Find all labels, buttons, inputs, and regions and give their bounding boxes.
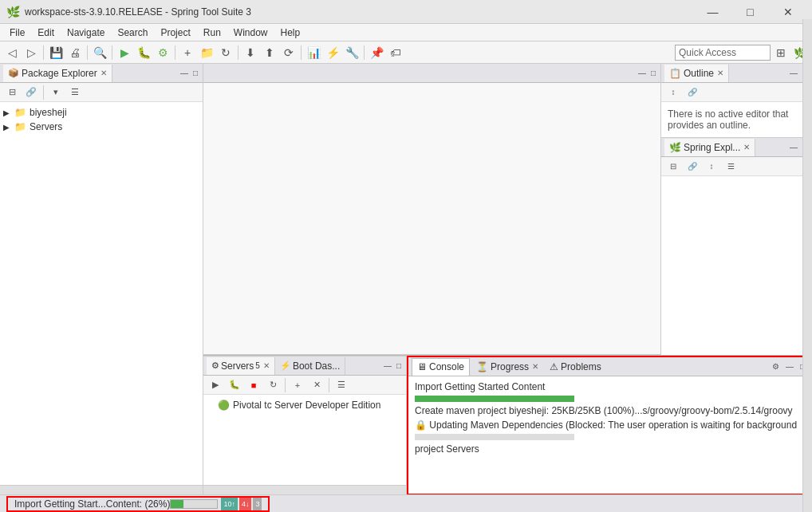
- console-line-2: Create maven project biyesheji: 25KB/25K…: [415, 404, 804, 418]
- toolbar-open[interactable]: 📁: [198, 44, 215, 61]
- menu-help[interactable]: Help: [274, 26, 307, 40]
- editor-tab-icons: — □: [637, 69, 657, 77]
- boot-dashboard-label: Boot Das...: [293, 360, 340, 372]
- servers-tab[interactable]: ⚙ Servers 5 ✕: [207, 357, 275, 375]
- package-explorer-label: Package Explorer: [22, 68, 97, 79]
- outline-close[interactable]: ✕: [717, 69, 723, 77]
- biyesheji-folder-icon: 📁: [14, 107, 26, 118]
- toolbar-run[interactable]: ▶: [116, 44, 133, 61]
- tree-item-servers[interactable]: ▶ 📁 Servers: [0, 120, 203, 134]
- servers-close[interactable]: ✕: [263, 361, 270, 370]
- maven-progress-bar: [415, 434, 574, 440]
- import-progress-bar: [415, 396, 574, 402]
- toolbar-back[interactable]: ◁: [3, 44, 21, 61]
- console-min-btn[interactable]: —: [783, 362, 796, 371]
- server-stop-btn[interactable]: ■: [245, 376, 262, 394]
- toolbar-extra1[interactable]: 📊: [305, 44, 322, 61]
- editor-min-icon[interactable]: —: [637, 69, 648, 77]
- server-view-btn[interactable]: ☰: [333, 376, 350, 394]
- right-panel: 📋 Outline ✕ — □ ↕ 🔗 The: [660, 64, 812, 355]
- toolbar-extra3[interactable]: 🔧: [343, 44, 361, 61]
- spring-collapse-btn[interactable]: ⊟: [664, 158, 682, 175]
- servers-h-scrollbar[interactable]: [203, 485, 406, 494]
- progress-tab[interactable]: ⏳ Progress ✕: [471, 358, 543, 376]
- pkg-sep: [43, 85, 44, 100]
- menu-project[interactable]: Project: [154, 26, 196, 40]
- servers-min-icon[interactable]: —: [382, 361, 393, 370]
- outline-no-editor-text: There is no active editor that provides …: [668, 108, 788, 131]
- toolbar-git3[interactable]: ⟳: [280, 44, 298, 61]
- toolbar-save[interactable]: 💾: [47, 44, 65, 61]
- server-item[interactable]: 🟢 Pivotal tc Server Developer Edition: [203, 398, 406, 412]
- package-explorer-toolbar: ⊟ 🔗 ▾ ☰: [0, 83, 203, 102]
- menu-window[interactable]: Window: [227, 26, 274, 40]
- boot-dashboard-tab[interactable]: ⚡ Boot Das...: [275, 357, 345, 375]
- pkg-h-scrollbar[interactable]: [0, 485, 203, 494]
- biyesheji-label: biyesheji: [30, 107, 67, 118]
- toolbar-git1[interactable]: ⬇: [242, 44, 259, 61]
- toolbar-extra4[interactable]: 📌: [368, 44, 385, 61]
- servers-toolbar: ▶ 🐛 ■ ↻ + ✕ ☰: [203, 376, 406, 395]
- package-explorer-close[interactable]: ✕: [101, 69, 107, 77]
- toolbar-git2[interactable]: ⬆: [261, 44, 278, 61]
- console-v-scrollbar[interactable]: [802, 356, 812, 494]
- server-delete-btn[interactable]: ✕: [308, 376, 325, 394]
- pkg-collapse-btn[interactable]: ⊟: [3, 84, 21, 101]
- toolbar-debug[interactable]: 🐛: [135, 44, 152, 61]
- bottom-console-panel: 🖥 Console ⏳ Progress ✕ ⚠ Problems: [407, 356, 812, 494]
- spring-link-btn[interactable]: 🔗: [684, 158, 701, 175]
- pkg-link-btn[interactable]: 🔗: [22, 84, 40, 101]
- pkg-view-btn[interactable]: ☰: [66, 84, 84, 101]
- toolbar-fwd[interactable]: ▷: [22, 44, 40, 61]
- servers-max-icon[interactable]: □: [395, 361, 403, 370]
- spring-explorer-close[interactable]: ✕: [743, 143, 750, 152]
- spring-view-btn[interactable]: ☰: [722, 158, 739, 175]
- package-explorer-tab[interactable]: 📦 Package Explorer ✕: [3, 65, 112, 82]
- spring-min-icon[interactable]: —: [788, 143, 799, 152]
- toolbar-ref[interactable]: ↻: [217, 44, 235, 61]
- import-progress-fill: [415, 396, 574, 402]
- menu-file[interactable]: File: [3, 26, 31, 40]
- menu-edit[interactable]: Edit: [31, 26, 61, 40]
- server-debug-btn[interactable]: 🐛: [226, 376, 243, 394]
- minimize-button[interactable]: —: [695, 1, 731, 23]
- toolbar-print[interactable]: 🖨: [66, 44, 84, 61]
- console-line-1: Import Getting Started Content: [415, 380, 804, 394]
- server-new-btn[interactable]: +: [289, 376, 306, 394]
- menu-run[interactable]: Run: [197, 26, 227, 40]
- console-tab[interactable]: 🖥 Console: [412, 358, 470, 376]
- maximize-panel-icon[interactable]: □: [191, 69, 199, 77]
- status-icon-1: 10↑: [221, 498, 238, 510]
- servers-header: ⚙ Servers 5 ✕ ⚡ Boot Das... — □: [203, 356, 406, 376]
- toolbar-extra2[interactable]: ⚡: [324, 44, 341, 61]
- toolbar-search[interactable]: 🔍: [91, 44, 108, 61]
- menu-navigate[interactable]: Navigate: [61, 26, 111, 40]
- pkg-filter-btn[interactable]: ▾: [47, 84, 65, 101]
- problems-tab-label: Problems: [561, 361, 601, 372]
- outline-sort-btn[interactable]: ↕: [664, 84, 682, 101]
- editor-max-icon[interactable]: □: [649, 69, 657, 77]
- console-settings-btn[interactable]: ⚙: [770, 362, 782, 371]
- toolbar-new[interactable]: +: [179, 44, 196, 61]
- collapse-icon[interactable]: —: [179, 69, 190, 77]
- tree-item-biyesheji[interactable]: ▶ 📁 biyesheji: [0, 105, 203, 120]
- srv-sep: [285, 378, 286, 392]
- status-icon-2: 4↓: [239, 498, 252, 510]
- servers-panel: ⚙ Servers 5 ✕ ⚡ Boot Das... — □ ▶: [203, 356, 407, 494]
- server-start-btn[interactable]: ▶: [207, 376, 224, 394]
- quick-access-search[interactable]: Quick Access: [675, 45, 771, 61]
- problems-tab[interactable]: ⚠ Problems: [545, 358, 606, 376]
- perspective-btn1[interactable]: ⊞: [772, 44, 790, 61]
- server-reload-btn[interactable]: ↻: [264, 376, 282, 394]
- close-button[interactable]: ✕: [770, 1, 806, 23]
- maximize-button[interactable]: □: [732, 1, 768, 23]
- menu-search[interactable]: Search: [111, 26, 154, 40]
- spring-sort-btn[interactable]: ↕: [703, 158, 720, 175]
- outline-min-icon[interactable]: —: [788, 69, 799, 77]
- toolbar-spring[interactable]: ⚙: [154, 44, 171, 61]
- outline-tab[interactable]: 📋 Outline ✕: [664, 65, 729, 82]
- toolbar-extra5[interactable]: 🏷: [387, 44, 404, 61]
- outline-link-btn[interactable]: 🔗: [684, 84, 701, 101]
- spring-explorer-tab[interactable]: 🌿 Spring Expl... ✕: [664, 139, 755, 156]
- progress-close[interactable]: ✕: [532, 362, 538, 371]
